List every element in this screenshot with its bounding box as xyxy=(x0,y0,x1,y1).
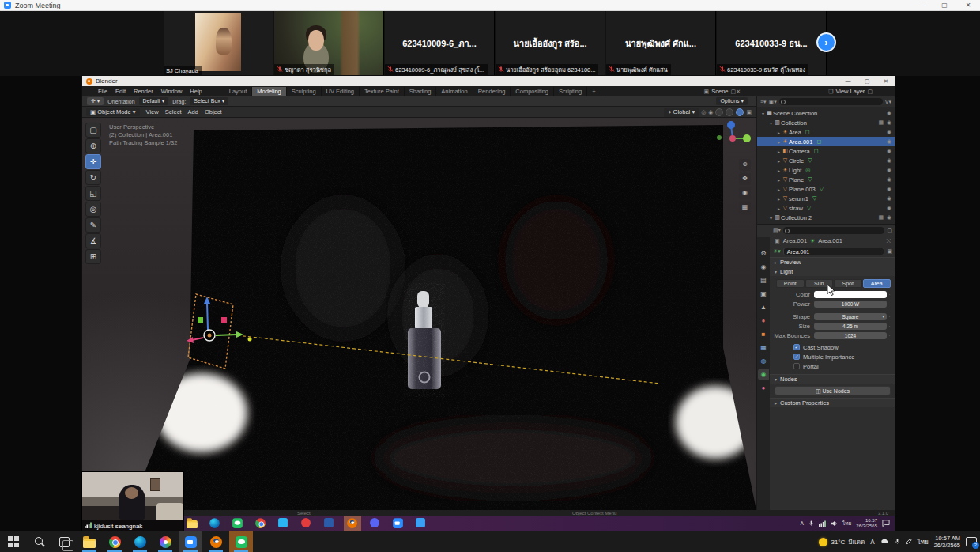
material-properties-tab[interactable]: ● xyxy=(758,383,769,393)
nodes-section-header[interactable]: ▾Nodes xyxy=(770,374,895,384)
outliner-item-label[interactable]: straw xyxy=(789,205,803,212)
visibility-eye-icon[interactable]: ◉ xyxy=(887,129,891,135)
add-cube-tool[interactable]: ⊞ xyxy=(85,249,101,264)
pan-button[interactable]: ✥ xyxy=(739,173,751,185)
outliner-row[interactable]: ▸▽straw▽◉ xyxy=(757,203,895,213)
light-type-spot[interactable]: Spot xyxy=(834,279,862,288)
weather-widget[interactable]: 31°C มีแดด xyxy=(819,537,865,547)
workspace-tab-texture-paint[interactable]: Texture Paint xyxy=(360,87,405,96)
power-input[interactable]: 1000 W xyxy=(814,301,887,308)
visibility-eye-icon[interactable]: ◉ xyxy=(887,205,891,211)
modifiers-properties-tab[interactable]: ▦ xyxy=(758,342,769,353)
disclosure-icon[interactable]: ▸ xyxy=(776,130,782,135)
blender-maximize-button[interactable]: ▢ xyxy=(858,76,876,86)
outliner-display-mode-icon[interactable]: ≡▾ xyxy=(760,99,767,105)
multiple-importance-checkbox[interactable]: ✓ xyxy=(793,354,800,360)
shading-solid-icon[interactable] xyxy=(726,108,733,116)
language-indicator[interactable]: ไทย xyxy=(918,537,929,547)
visibility-eye-icon[interactable]: ◉ xyxy=(887,167,891,173)
workspace-tab-compositing[interactable]: Compositing xyxy=(511,87,554,96)
select-box-tool[interactable]: ▢ xyxy=(85,123,101,138)
shared-taskbar-discord-icon[interactable] xyxy=(367,516,384,531)
snap-magnet-icon[interactable]: ◎ xyxy=(701,109,706,115)
scene-properties-tab[interactable]: ▲ xyxy=(758,302,769,312)
outliner-item-label[interactable]: Scene Collection xyxy=(773,110,817,117)
exclude-collection-icon[interactable]: ▦ xyxy=(878,214,884,221)
outliner-row[interactable]: ▸☀Light◎◉ xyxy=(757,165,895,175)
shared-taskbar-code-icon[interactable] xyxy=(275,516,292,531)
outliner-item-label[interactable]: Plane.003 xyxy=(789,186,816,193)
outliner-filter-icon[interactable]: ▣▾ xyxy=(769,99,777,105)
shared-taskbar-zoomapp-icon[interactable] xyxy=(390,516,407,531)
tray-speaker-icon[interactable] xyxy=(831,520,838,527)
maximize-button[interactable]: ▢ xyxy=(933,0,956,11)
options-dropdown[interactable]: Options ▾ xyxy=(716,97,748,105)
viewport-canvas[interactable]: ▢⊕✛↻◱◎✎∡⊞ User Perspective(2) Collection… xyxy=(82,118,756,510)
object-properties-tab[interactable]: ■ xyxy=(758,329,769,339)
tray-network-icon[interactable] xyxy=(819,520,826,527)
disclosure-icon[interactable]: ▸ xyxy=(776,206,782,211)
disclosure-icon[interactable]: ▾ xyxy=(768,120,774,126)
taskbar-blender-icon[interactable] xyxy=(204,531,228,552)
light-section-header[interactable]: ▾Light xyxy=(770,267,895,276)
outliner-row[interactable]: ▸◧Camera◻◉ xyxy=(757,146,895,156)
viewport-menu-add[interactable]: Add xyxy=(188,108,198,115)
start-button[interactable] xyxy=(2,531,25,552)
outliner-item-label[interactable]: Camera xyxy=(789,148,810,155)
shared-taskbar-blender-icon[interactable] xyxy=(344,516,361,531)
outliner-item-label[interactable]: Area.001 xyxy=(789,138,812,146)
zoom-button[interactable]: ⊕ xyxy=(739,159,751,171)
tray-mic-icon[interactable] xyxy=(895,538,900,546)
outliner-funnel-icon[interactable]: ∇▾ xyxy=(885,99,891,105)
menu-help[interactable]: Help xyxy=(190,88,202,95)
size-input[interactable]: 4.25 m xyxy=(814,323,887,330)
mode-dropdown[interactable]: ▣ Object Mode ▾ xyxy=(86,108,140,116)
orientation-dropdown[interactable]: Default ▾ xyxy=(139,97,169,105)
outliner-row[interactable]: ▸▽Plane▽◉ xyxy=(757,175,895,184)
menu-edit[interactable]: Edit xyxy=(115,88,126,95)
participant-tile[interactable]: ชญาดา สุรวนิชกุล xyxy=(274,11,384,76)
search-button[interactable] xyxy=(27,531,51,552)
outliner-item-label[interactable]: Plane xyxy=(789,176,804,183)
outliner-row[interactable]: ▸☀Area.001◻◉ xyxy=(757,137,895,146)
outliner-row[interactable]: ▸▽serum1▽◉ xyxy=(757,194,895,203)
menu-file[interactable]: File xyxy=(98,88,107,95)
outliner-item-label[interactable]: serum1 xyxy=(789,195,808,202)
shared-taskbar-adobe-icon[interactable] xyxy=(298,516,315,531)
proportional-edit-icon[interactable]: ◉ xyxy=(708,109,713,115)
toggle-ortho-button[interactable]: ▦ xyxy=(739,202,751,214)
shared-notification-icon[interactable] xyxy=(882,520,890,527)
outliner-item-label[interactable]: Collection xyxy=(781,119,807,127)
participant-tile[interactable]: นายพุฒิพงศ์ ศักแ...นายพุฒิพงศ์ ศักแสน xyxy=(606,11,716,76)
workspace-tab-rendering[interactable]: Rendering xyxy=(473,87,511,96)
disclosure-icon[interactable]: ▸ xyxy=(776,139,782,145)
next-participants-button[interactable]: › xyxy=(816,32,836,52)
overlays-icon[interactable]: ▣ xyxy=(746,109,752,115)
visibility-eye-icon[interactable]: ◉ xyxy=(887,186,891,192)
taskbar-line-icon[interactable] xyxy=(229,531,253,552)
blender-minimize-button[interactable]: — xyxy=(839,76,857,86)
viewport-menu-view[interactable]: View xyxy=(146,108,159,115)
outliner-item-label[interactable]: Collection 2 xyxy=(781,214,812,221)
shared-taskbar-chrome-icon[interactable] xyxy=(252,516,270,531)
physics-properties-tab[interactable]: ◍ xyxy=(758,356,769,366)
shading-wireframe-icon[interactable] xyxy=(715,108,723,116)
shared-language-indicator[interactable]: ไทย xyxy=(842,520,851,527)
workspace-tab-sculpting[interactable]: Sculpting xyxy=(287,87,322,96)
outliner-search-input[interactable] xyxy=(779,98,883,105)
workspace-tab--[interactable]: + xyxy=(587,87,601,96)
disclosure-icon[interactable]: ▸ xyxy=(776,168,782,173)
color-swatch[interactable] xyxy=(814,291,887,298)
tool-properties-tab[interactable]: ⚙ xyxy=(758,248,769,259)
taskbar-edge-icon[interactable] xyxy=(128,531,152,552)
shared-taskbar-line-icon[interactable] xyxy=(229,516,247,531)
render-properties-tab[interactable]: ◉ xyxy=(758,262,769,272)
view-layer-selector[interactable]: ❏ View Layer ▢ xyxy=(828,87,873,96)
measure-tool[interactable]: ∡ xyxy=(85,233,101,248)
shape-dropdown[interactable]: Square xyxy=(814,313,887,320)
task-view-button[interactable] xyxy=(52,531,76,552)
disclosure-icon[interactable]: ▾ xyxy=(760,111,766,116)
notification-center-icon[interactable]: 2 xyxy=(966,537,977,546)
disclosure-icon[interactable]: ▾ xyxy=(768,215,774,221)
viewport-menu-select[interactable]: Select xyxy=(165,108,182,115)
